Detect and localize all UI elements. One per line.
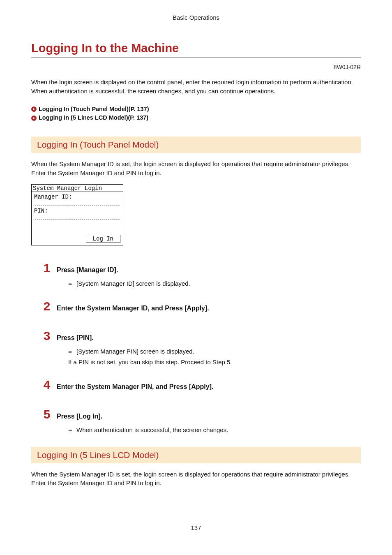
step-title: Enter the System Manager PIN, and Press … — [57, 383, 213, 391]
toc-link-touch-panel[interactable]: Logging In (Touch Panel Model)(P. 137) — [31, 105, 361, 114]
toc-links: Logging In (Touch Panel Model)(P. 137) L… — [31, 105, 361, 123]
toc-link-label: Logging In (5 Lines LCD Model)(P. 137) — [39, 113, 148, 123]
step-title: Press [PIN]. — [57, 334, 94, 342]
section-intro: When the System Manager ID is set, the l… — [31, 160, 361, 178]
step-body-text: [System Manager PIN] screen is displayed… — [76, 348, 194, 355]
result-arrow-icon: ➠ — [68, 426, 76, 435]
toc-link-label: Logging In (Touch Panel Model)(P. 137) — [39, 105, 149, 114]
step-body-text: If a PIN is not set, you can skip this s… — [68, 358, 232, 365]
step-number: 2 — [43, 300, 51, 312]
toc-link-5-lines-lcd[interactable]: Logging In (5 Lines LCD Model)(P. 137) — [31, 113, 361, 123]
login-screen-mock: System Manager Login Manager ID: PIN: Lo… — [31, 184, 123, 245]
section-heading-touch-panel: Logging In (Touch Panel Model) — [31, 136, 361, 153]
step-title: Press [Log In]. — [57, 413, 102, 420]
step-body-text: [System Manager ID] screen is displayed. — [76, 280, 190, 287]
screen-title: System Manager Login — [32, 185, 123, 192]
document-code: 8W0J-02R — [31, 64, 361, 70]
step: 3 Press [PIN]. — [43, 330, 361, 342]
play-icon — [31, 106, 37, 112]
section-heading-5-lines-lcd: Logging In (5 Lines LCD Model) — [31, 447, 361, 463]
steps-list: 1 Press [Manager ID]. ➠[System Manager I… — [31, 262, 361, 435]
play-icon — [31, 116, 37, 121]
step: 5 Press [Log In]. — [43, 408, 361, 421]
step-body: ➠When authentication is successful, the … — [43, 425, 361, 435]
step-number: 3 — [43, 330, 51, 342]
svg-marker-1 — [33, 117, 35, 119]
step: 1 Press [Manager ID]. — [43, 262, 361, 274]
section-intro: When the System Manager ID is set, the l… — [31, 470, 361, 488]
screen-login-button: Log In — [86, 235, 120, 243]
screen-row-manager-id: Manager ID: — [34, 194, 120, 200]
step: 2 Enter the System Manager ID, and Press… — [43, 300, 361, 312]
step-number: 4 — [43, 379, 51, 391]
svg-marker-0 — [33, 108, 35, 111]
screen-input-line — [35, 215, 120, 220]
section-heading-text: Logging In (5 Lines LCD Model) — [37, 450, 159, 460]
result-arrow-icon: ➠ — [68, 280, 76, 288]
breadcrumb: Basic Operations — [31, 14, 361, 21]
title-rule — [31, 58, 361, 58]
intro-paragraph: When the login screen is displayed on th… — [31, 78, 361, 96]
step-body: ➠[System Manager ID] screen is displayed… — [43, 278, 361, 289]
step-body: ➠[System Manager PIN] screen is displaye… — [43, 346, 361, 367]
screen-row-pin: PIN: — [34, 208, 120, 214]
page-title: Logging In to the Machine — [31, 42, 361, 55]
result-arrow-icon: ➠ — [68, 348, 76, 356]
step-title: Enter the System Manager ID, and Press [… — [57, 305, 209, 312]
screen-input-line — [35, 201, 120, 206]
step-number: 5 — [43, 408, 51, 421]
step-body-text: When authentication is successful, the s… — [76, 426, 228, 433]
section-heading-text: Logging In (Touch Panel Model) — [37, 140, 159, 149]
step-title: Press [Manager ID]. — [57, 266, 118, 274]
step: 4 Enter the System Manager PIN, and Pres… — [43, 379, 361, 391]
step-number: 1 — [43, 262, 51, 274]
page-number: 137 — [0, 524, 392, 531]
